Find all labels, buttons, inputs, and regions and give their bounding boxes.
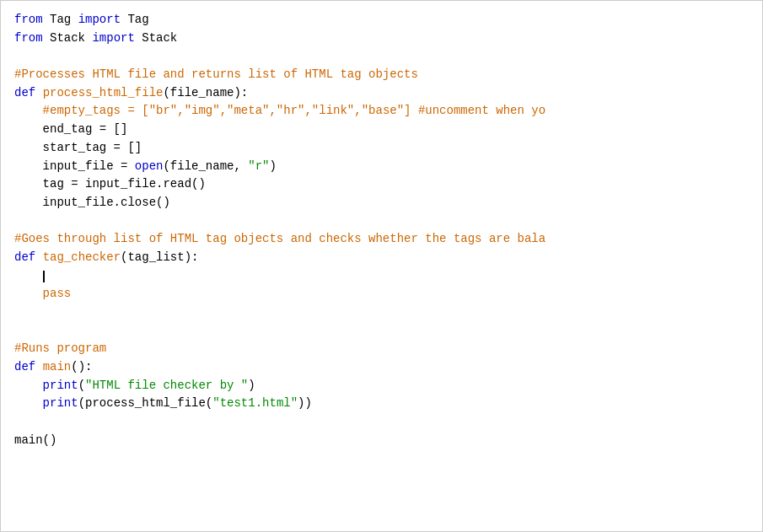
code-token: )	[248, 379, 255, 392]
code-line: #Processes HTML file and returns list of…	[14, 66, 749, 84]
code-token: start_tag = []	[14, 141, 142, 154]
code-token: #Goes through list of HTML tag objects a…	[14, 232, 545, 245]
code-line	[14, 413, 749, 432]
code-token: open	[135, 159, 164, 173]
code-line: input_file = open(file_name, "r")	[14, 158, 749, 176]
code-token: def	[14, 360, 35, 373]
code-token: main	[43, 360, 72, 373]
code-token	[35, 86, 42, 99]
code-line: tag = input_file.read()	[14, 175, 749, 194]
code-line	[14, 304, 749, 322]
code-token: pass	[43, 287, 72, 300]
code-line: from Tag import Tag	[14, 11, 749, 30]
code-token: "test1.html"	[212, 396, 298, 410]
code-line: #empty_tags = ["br","img","meta","hr","l…	[14, 102, 749, 121]
code-line: print("HTML file checker by ")	[14, 377, 749, 395]
code-token	[14, 287, 43, 300]
code-line: end_tag = []	[14, 121, 749, 139]
code-line: input_file.close()	[14, 194, 749, 212]
code-line: start_tag = []	[14, 139, 749, 158]
code-editor[interactable]: from Tag import Tagfrom Stack import Sta…	[0, 0, 763, 532]
code-token: (file_name):	[163, 86, 248, 99]
code-token: def	[14, 86, 35, 99]
code-line: from Stack import Stack	[14, 30, 749, 48]
code-token: ))	[298, 396, 312, 410]
code-line: main()	[14, 432, 749, 450]
code-token: tag_checker	[43, 250, 121, 264]
code-line: pass	[14, 285, 749, 304]
code-line: def main():	[14, 358, 749, 377]
code-line	[14, 212, 749, 231]
code-token: Tag	[121, 13, 149, 26]
code-token: main()	[14, 433, 56, 447]
code-token: (	[78, 379, 85, 392]
code-token: #Runs program	[14, 341, 106, 355]
code-token: ():	[71, 360, 92, 373]
code-token: Stack	[135, 31, 177, 45]
code-token: )	[269, 159, 276, 173]
code-line: def process_html_file(file_name):	[14, 84, 749, 103]
code-token: import	[78, 13, 121, 26]
code-line	[14, 267, 749, 286]
code-token	[14, 379, 43, 392]
code-token: Tag	[43, 13, 78, 26]
code-line: print(process_html_file("test1.html"))	[14, 395, 749, 413]
code-line	[14, 322, 749, 341]
code-token: #Processes HTML file and returns list of…	[14, 67, 418, 81]
code-token: def	[14, 250, 35, 264]
code-line: #Runs program	[14, 340, 749, 358]
code-token	[14, 396, 43, 410]
text-cursor	[43, 271, 45, 282]
code-token	[35, 250, 42, 264]
code-token: (file_name,	[163, 159, 248, 173]
code-token: input_file =	[14, 159, 135, 173]
code-token: process_html_file	[43, 86, 164, 99]
code-token	[14, 104, 43, 117]
code-token: import	[92, 31, 134, 45]
code-token: print	[43, 396, 78, 410]
code-token: "r"	[248, 159, 269, 173]
code-token: (process_html_file(	[78, 396, 213, 410]
code-token: input_file.close()	[14, 196, 170, 209]
code-token: (tag_list):	[121, 250, 198, 264]
code-line: def tag_checker(tag_list):	[14, 249, 749, 267]
code-token: tag = input_file.read()	[14, 177, 206, 191]
code-token: from	[14, 13, 43, 26]
code-token	[14, 269, 43, 282]
code-token: #empty_tags = ["br","img","meta","hr","l…	[43, 104, 546, 117]
code-token	[35, 360, 42, 373]
code-token: print	[43, 379, 78, 392]
code-token: end_tag = []	[14, 122, 127, 136]
code-line	[14, 47, 749, 66]
code-line: #Goes through list of HTML tag objects a…	[14, 230, 749, 249]
code-token: "HTML file checker by "	[85, 379, 248, 392]
code-token: from	[14, 31, 43, 45]
code-token: Stack	[43, 31, 93, 45]
